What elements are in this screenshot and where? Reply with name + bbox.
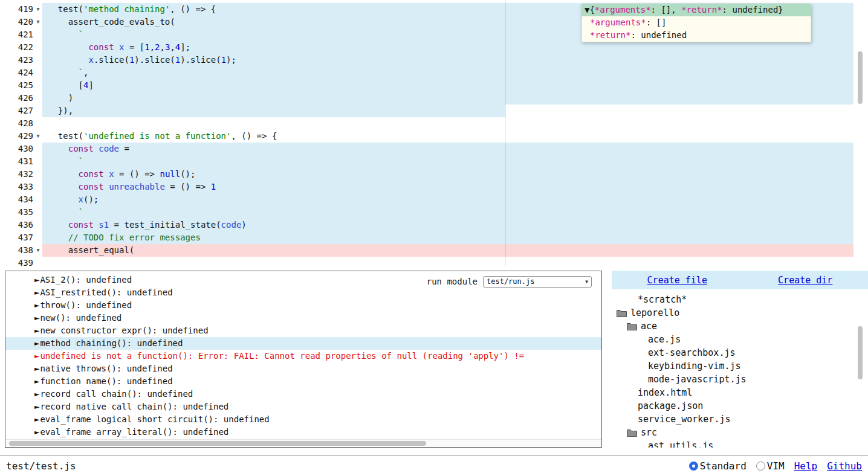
test-result-item[interactable]: ►eval_frame logical short circuit(): und…	[5, 413, 601, 426]
keybinding-standard-option[interactable]: Standard	[689, 460, 747, 472]
code-line-422[interactable]: 422 const x = [1,2,3,4];	[0, 41, 868, 54]
create-dir-link[interactable]: Create dir	[778, 275, 832, 286]
tree-file-service-worker-js[interactable]: service_worker.js	[612, 413, 868, 426]
folder-icon	[617, 309, 627, 317]
code-text: const unreachable = () => 1	[48, 181, 216, 193]
code-token: ).slice(	[134, 55, 175, 65]
tree-item-label: ast_utils.js	[648, 440, 713, 448]
code-line-436[interactable]: 436 const s1 = test_initial_state(code)	[0, 219, 868, 231]
keybinding-vim-option[interactable]: VIM	[756, 460, 785, 472]
tree-file-keybinding-vim-js[interactable]: keybinding-vim.js	[612, 359, 868, 373]
line-number: 429	[0, 130, 33, 143]
code-line-438[interactable]: 438▼ assert_equal(	[0, 244, 868, 257]
tree-file-scratch[interactable]: *scratch*	[612, 293, 868, 306]
code-token: *return*	[590, 30, 630, 40]
code-token	[104, 169, 109, 179]
code-line-431[interactable]: 431 `	[0, 155, 868, 168]
test-result-item[interactable]: ►method chaining(): undefined	[5, 337, 601, 350]
code-editor[interactable]: 419▼ test('method chaining', () => {420▼…	[0, 0, 868, 266]
code-line-435[interactable]: 435 `	[0, 206, 868, 219]
expand-triangle-icon[interactable]: ►	[34, 338, 39, 348]
code-line-433[interactable]: 433 const unreachable = () => 1	[0, 181, 868, 193]
expand-triangle-icon[interactable]: ►	[34, 414, 39, 424]
tree-file-ext-searchbox-js[interactable]: ext-searchbox.js	[612, 346, 868, 359]
code-line-423[interactable]: 423 x.slice(1).slice(1).slice(1);	[0, 54, 868, 66]
help-link[interactable]: Help	[794, 460, 818, 472]
tree-file-package-json[interactable]: package.json	[612, 399, 868, 413]
expand-triangle-icon[interactable]: ►	[34, 376, 39, 386]
fold-marker-icon[interactable]: ▼	[34, 16, 42, 28]
test-result-label: throw(): undefined	[40, 300, 132, 310]
expand-triangle-icon[interactable]: ►	[34, 326, 39, 335]
tree-item-label: package.json	[638, 400, 703, 411]
module-select[interactable]: test/run.js ▼	[483, 276, 592, 288]
expand-triangle-icon[interactable]: ►	[34, 427, 39, 437]
fold-marker-icon[interactable]: ▼	[34, 3, 42, 16]
code-line-432[interactable]: 432 const x = () => null();	[0, 168, 868, 181]
expand-triangle-icon[interactable]: ►	[34, 389, 39, 399]
code-token: 'undefined is not a function'	[83, 131, 231, 141]
results-hscrollbar[interactable]	[6, 439, 601, 446]
test-result-item[interactable]: ►ASI_restrited(): undefined	[5, 286, 601, 299]
tree-folder-ace[interactable]: ace	[612, 320, 868, 333]
code-line-424[interactable]: 424 `,	[0, 66, 868, 79]
tree-file-index-html[interactable]: index.html	[612, 386, 868, 399]
test-result-item[interactable]: ►record call chain(): undefined	[5, 388, 601, 400]
expand-triangle-icon[interactable]: ►	[34, 275, 39, 285]
create-file-link[interactable]: Create file	[647, 275, 707, 286]
test-result-item[interactable]: ►throw(): undefined	[5, 299, 601, 312]
code-line-427[interactable]: 427 }),	[0, 105, 868, 117]
editor-scrollbar-thumb[interactable]	[858, 51, 863, 104]
code-token: ();	[180, 169, 195, 179]
expand-triangle-icon[interactable]: ►	[34, 351, 39, 361]
tree-folder-src[interactable]: src	[612, 426, 868, 439]
test-result-item[interactable]: ►new(): undefined	[5, 312, 601, 324]
fold-marker-icon[interactable]: ▼	[34, 130, 42, 143]
line-number: 423	[0, 54, 33, 66]
code-token: *return*	[681, 5, 722, 14]
test-result-item[interactable]: ►new constructor expr(): undefined	[5, 324, 601, 337]
code-line-437[interactable]: 437 // TODO fix error messages	[0, 231, 868, 244]
expand-triangle-icon[interactable]: ►	[34, 313, 39, 323]
expand-triangle-icon[interactable]: ►	[34, 402, 39, 411]
test-result-item[interactable]: ►eval_frame array_literal(): undefined	[5, 426, 601, 439]
test-result-item[interactable]: ►function name(): undefined	[5, 375, 601, 388]
code-token	[48, 55, 88, 65]
tree-file-ace-js[interactable]: ace.js	[612, 333, 868, 346]
run-module-bar: run module test/run.js ▼	[427, 275, 592, 288]
test-result-item[interactable]: ►native throws(): undefined	[5, 362, 601, 375]
test-result-item[interactable]: ►record native call chain(): undefined	[5, 400, 601, 413]
code-line-426[interactable]: 426 )	[0, 92, 868, 105]
code-token: = [	[124, 42, 144, 52]
fold-marker-icon[interactable]: ▼	[34, 244, 42, 257]
code-line-434[interactable]: 434 x();	[0, 193, 868, 206]
results-hscrollbar-thumb[interactable]	[9, 441, 426, 446]
code-line-430[interactable]: 430 const code =	[0, 143, 868, 155]
tree-file-mode-javascript-js[interactable]: mode-javascript.js	[612, 373, 868, 386]
radio-unselected-icon[interactable]	[756, 462, 765, 471]
tree-scrollbar-thumb[interactable]	[858, 326, 863, 379]
line-highlight	[42, 105, 505, 117]
radio-selected-icon[interactable]	[689, 462, 698, 471]
code-line-439[interactable]: 439	[0, 257, 868, 266]
tooltip-header[interactable]: ▼{*arguments*: [], *return*: undefined}	[581, 4, 811, 16]
code-token: )	[241, 220, 246, 230]
code-line-425[interactable]: 425 [4]	[0, 79, 868, 92]
github-link[interactable]: Github	[827, 460, 862, 472]
line-highlight	[42, 66, 853, 79]
code-token: `	[79, 30, 83, 39]
tree-folder-leporello[interactable]: leporello	[612, 306, 868, 320]
expand-triangle-icon[interactable]: ►	[34, 288, 39, 297]
code-line-429[interactable]: 429▼ test('undefined is not a function',…	[0, 130, 868, 143]
tree-file-ast-utils-js[interactable]: ast_utils.js	[612, 439, 868, 448]
line-number: 421	[0, 28, 33, 41]
expand-triangle-icon[interactable]: ►	[34, 364, 39, 373]
code-line-428[interactable]: 428	[0, 117, 868, 130]
code-token	[48, 207, 79, 217]
code-token: `	[79, 68, 83, 77]
code-token: test(	[48, 4, 83, 14]
line-highlight	[42, 155, 853, 168]
test-result-item[interactable]: ►undefined is not a function(): Error: F…	[5, 350, 601, 362]
expand-triangle-icon[interactable]: ►	[34, 300, 39, 310]
keybinding-standard-label: Standard	[700, 460, 747, 472]
